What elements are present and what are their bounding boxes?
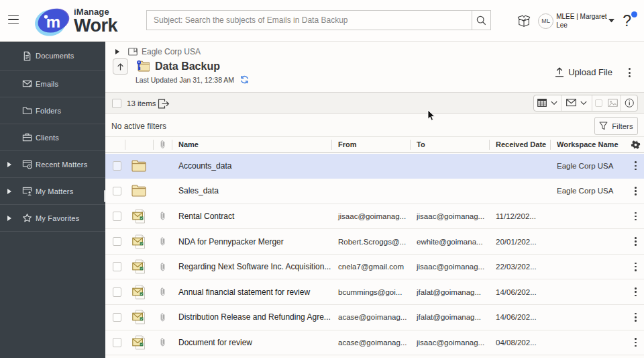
expand-caret-icon[interactable] [7,162,11,167]
row-checkbox[interactable] [113,237,122,247]
topbar-right: ML MLEE | Margaret Lee ? [517,0,639,42]
header-kebab-menu[interactable] [626,66,633,79]
column-name[interactable]: Name [172,137,331,152]
expand-caret-icon[interactable] [7,216,11,221]
paperclip-icon [160,337,166,347]
row-kebab-menu[interactable] [627,313,644,322]
row-kebab-menu[interactable] [627,338,644,347]
row-checkbox[interactable] [113,338,122,347]
page-title: Data Backup [155,60,220,73]
hamburger-menu-icon[interactable] [8,15,19,24]
row-from: bcummings@goi... [331,288,410,296]
help-button[interactable]: ? [623,13,637,29]
row-checkbox[interactable] [113,262,122,271]
table-row[interactable]: Annual financial statement for review bc… [105,279,644,305]
ic-star-icon [22,213,32,223]
email-view-dropdown[interactable] [561,95,592,111]
table-row[interactable]: Regarding Next Software Inc. Acquisition… [105,255,644,280]
filters-row: No active filters Filters [105,114,644,136]
select-all-checkbox[interactable] [112,99,121,108]
user-name: MLEE | Margaret Lee [556,12,602,30]
row-received-date: 22/03/202... [489,263,550,271]
table-row[interactable]: Document for review acase@goimanag... ji… [105,330,644,356]
export-list-icon[interactable] [158,99,170,109]
folder-icon [131,185,146,197]
row-checkbox[interactable] [113,313,122,322]
row-checkbox[interactable] [113,212,122,221]
column-received-date[interactable]: Received Date [489,137,550,152]
row-kebab-menu[interactable] [627,237,644,246]
row-checkbox[interactable] [113,161,122,171]
column-workspace-name[interactable]: Workspace Name [550,137,627,152]
column-to[interactable]: To [410,137,489,152]
row-name[interactable]: Sales_data [172,186,331,195]
chevron-down-icon [551,101,557,105]
row-from: acase@goimanag... [331,313,410,321]
row-checkbox[interactable] [113,187,122,196]
avatar[interactable]: ML [538,13,553,29]
table-row[interactable]: Accounts_data Eagle Corp USA [105,154,644,179]
sidebar-item-documents[interactable]: Documents [0,42,105,71]
row-name[interactable]: Rental Contract [172,212,331,221]
funnel-icon [599,122,608,130]
upload-file-button[interactable]: Upload File [555,67,612,77]
column-attachment[interactable] [153,137,172,152]
breadcrumb-expand-icon[interactable] [115,49,119,54]
last-updated-text: Last Updated Jan 31, 12:38 AM [136,76,234,84]
search-button[interactable] [472,11,490,30]
table-view-dropdown[interactable] [534,95,561,111]
user-menu-caret-icon[interactable] [608,19,614,23]
expand-caret-icon[interactable] [7,189,11,194]
filters-button[interactable]: Filters [594,117,638,135]
sidebar-scrollbar-thumb[interactable] [104,190,106,202]
row-from: cnela7@gmail.com [331,263,410,271]
chevron-down-icon [580,101,587,105]
checked-out-documents-icon[interactable] [517,14,531,28]
row-kebab-menu[interactable] [627,263,644,271]
breadcrumb-workspace[interactable]: Eagle Corp USA [142,47,201,56]
sidebar-item-clients[interactable]: Clients [0,124,105,151]
search-icon [476,15,487,26]
sidebar-item-my-matters[interactable]: My Matters [0,178,105,205]
table-row[interactable]: Sales_data Eagle Corp USA [105,179,644,204]
row-kebab-menu[interactable] [627,212,644,221]
row-name[interactable]: Regarding Next Software Inc. Acquisition… [172,262,331,271]
refresh-icon[interactable] [240,75,249,84]
go-up-button[interactable] [113,58,128,75]
row-name[interactable]: Distribution Release and Refunding Agre.… [172,312,331,322]
column-settings[interactable] [627,137,644,152]
table-row[interactable]: Rental Contract jisaac@goimanag... jisaa… [105,204,644,230]
row-name[interactable]: NDA for Pennypacker Merger [172,237,331,247]
search-input[interactable] [147,11,472,30]
table-row[interactable]: NDA for Pennypacker Merger Robert.Scrogg… [105,229,644,255]
row-name[interactable]: Annual financial statement for review [172,287,331,297]
last-updated-line: Last Updated Jan 31, 12:38 AM [136,75,249,84]
table-row[interactable]: Distribution Release and Refunding Agre.… [105,305,644,330]
sidebar-item-my-favorites[interactable]: My Favorites [0,205,105,232]
app-logo: m iManage Work [35,4,115,38]
paperclip-icon [160,211,166,221]
row-name[interactable]: Document for review [172,338,331,347]
row-received-date: 14/06/202... [489,288,550,296]
table-view-icon [537,99,547,107]
preview-toggle[interactable] [592,95,621,111]
column-from[interactable]: From [331,137,410,152]
email-icon [132,259,146,274]
row-checkbox[interactable] [113,287,122,297]
topbar: m iManage Work ML MLEE | Margaret Lee ? [0,0,644,42]
info-button[interactable] [621,95,637,111]
row-kebab-menu[interactable] [627,287,644,296]
row-name[interactable]: Accounts_data [172,161,331,171]
row-to: jfalat@goimanag... [410,313,489,321]
sidebar-item-folders[interactable]: Folders [0,97,105,124]
preview-pane-icon [608,99,618,107]
row-received-date: 14/06/202... [489,313,550,321]
up-arrow-icon [116,62,125,71]
row-kebab-menu[interactable] [627,161,644,170]
sidebar-item-emails[interactable]: Emails [0,71,105,97]
email-icon [132,335,146,350]
row-kebab-menu[interactable] [627,187,644,195]
sidebar-item-recent-matters[interactable]: Recent Matters [0,151,105,178]
preview-checkbox[interactable] [595,99,602,107]
row-from: acase@goimanag... [331,339,410,347]
